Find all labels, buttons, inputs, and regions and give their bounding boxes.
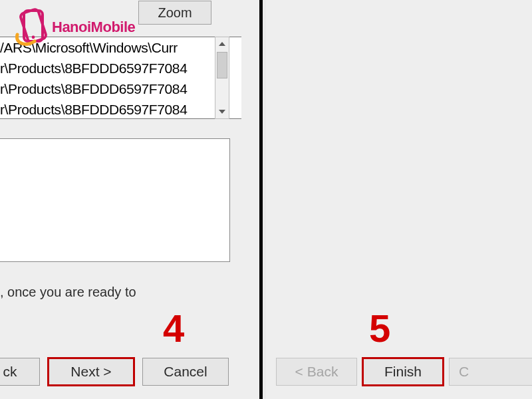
zoom-button[interactable]: Zoom — [138, 1, 211, 25]
wizard-step-5-panel: 5 < Back Finish C — [266, 0, 532, 399]
wizard-step-4-panel: Zoom /ARS\Microsoft\Windows\Curr r\Produ… — [0, 0, 263, 399]
back-button: < Back — [276, 358, 357, 386]
registry-listbox[interactable]: /ARS\Microsoft\Windows\Curr r\Products\8… — [0, 37, 241, 119]
list-item: r\Products\8BFDDD6597F7084 — [0, 78, 241, 99]
back-button[interactable]: ck — [0, 358, 40, 386]
hint-text: , once you are ready to — [0, 285, 136, 300]
scroll-up-icon[interactable] — [215, 37, 229, 51]
list-item: /ARS\Microsoft\Windows\Curr — [0, 37, 241, 58]
list-item: r\Products\8BFDDD6597F7084 — [0, 58, 241, 78]
cancel-button[interactable]: Cancel — [142, 358, 229, 386]
registry-scrollbar[interactable] — [215, 37, 229, 119]
list-item: r\Products\8BFDDD6597F7084 — [0, 99, 241, 119]
finish-button[interactable]: Finish — [362, 358, 444, 386]
step-number-overlay: 5 — [369, 306, 390, 350]
next-button[interactable]: Next > — [48, 358, 134, 386]
details-textarea[interactable] — [0, 138, 230, 262]
screenshot-stage: Zoom /ARS\Microsoft\Windows\Curr r\Produ… — [0, 0, 532, 399]
step-number-overlay: 4 — [163, 306, 184, 350]
scroll-down-icon[interactable] — [215, 105, 229, 118]
scroll-thumb[interactable] — [217, 52, 227, 78]
cancel-button-cropped: C — [449, 358, 532, 386]
